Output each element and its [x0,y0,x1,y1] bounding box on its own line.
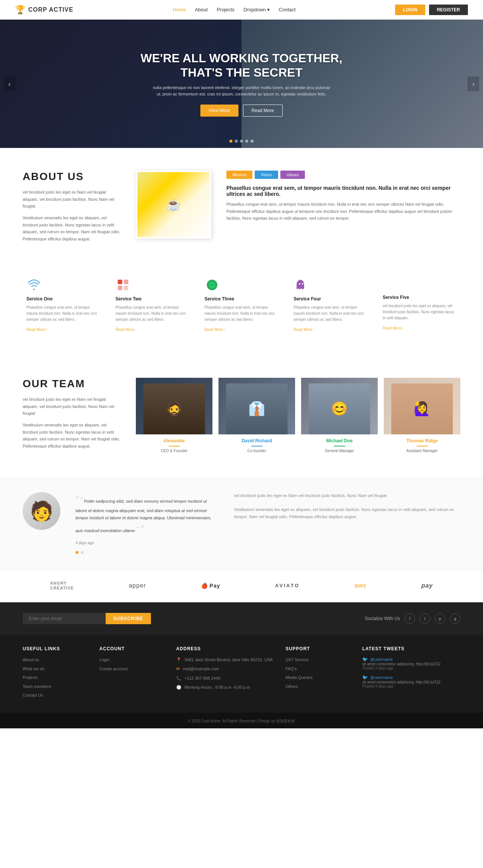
footer-link-projects[interactable]: Projects [23,674,88,681]
team-name-3: Michael Doe [301,438,378,443]
footer-main: USEFUL LINKS About us What we do Project… [0,635,483,713]
hero-dots [229,140,254,143]
wifi-icon [26,277,42,292]
about-tabs: Mission Vision Values [226,171,460,179]
tweets-title: LATEST TWEETS [362,646,460,651]
about-image-container: ☕ [136,171,211,239]
google-plus-icon[interactable]: g [450,613,460,624]
hero-dot-1[interactable] [229,140,232,143]
testimonial-dot-1[interactable] [75,551,78,554]
footer-link-media[interactable]: Media Queries [286,674,351,681]
svg-rect-2 [118,286,122,290]
newsletter-form: SUBSCRIBE [23,613,151,624]
nav-projects[interactable]: Projects [217,7,234,12]
hero-dot-5[interactable] [251,140,254,143]
testimonial-right-text: vel tincidunt justo leo eget ex Nam vel … [234,492,460,520]
register-button[interactable]: REGISTER [429,5,468,15]
testimonial-dot-2[interactable] [81,551,84,554]
partner-aws: aws [355,582,366,589]
support-title: SUPPORT [286,646,351,651]
tab-values[interactable]: Values [280,171,305,179]
footer-link-about[interactable]: About us [23,657,88,663]
team-left: OUR TEAM vel tincidunt justo leo eget ex… [23,378,121,454]
about-right: Mission Vision Values Phasellus congue e… [226,171,460,222]
testimonial-quote: " Polite sadipscing elitz, sed diam nonu… [75,492,219,537]
footer-link-team[interactable]: Team members [23,683,88,690]
team-role-1: CEO & Founder [136,449,212,453]
nav-home[interactable]: Home [173,7,186,12]
partner-pay: pay [421,582,433,589]
footer-link-others[interactable]: Others [286,683,351,690]
tab-mission[interactable]: Mission [226,171,252,179]
footer-link-create-account[interactable]: Create account [99,666,165,673]
service-name-1: Service One [26,296,100,302]
newsletter-email-input[interactable] [23,613,106,624]
tweet-time-2: Posted 4 days ago [362,684,460,688]
partners-section: ANGRYCREATIVE apper 🍎 Pay AVIATO aws pay [0,569,483,602]
service-item-3: Service Three Phasellus congue erat sem,… [201,277,282,332]
service-readmore-2[interactable]: Read More › [115,328,137,332]
testimonial-content: " Polite sadipscing elitz, sed diam nonu… [75,492,219,554]
footer-address-location: 📍 3481 Jack Street Beverly Jack Hills 90… [176,657,274,663]
hero-title: WE'RE ALL WORKING TOGETHER,THAT'S THE SE… [140,51,342,80]
service-readmore-1[interactable]: Read More › [26,328,48,332]
team-name-2: David Richard [218,438,295,443]
footer-link-faq[interactable]: FAQ's [286,666,351,673]
footer-copyright: © 2018 Corp Active. All Rights Reserved … [188,719,295,723]
about-text2: Vestibulum venenatis leo eget ex aliquam… [23,214,121,243]
social-section: Socialize With Us f t p g [365,613,460,624]
footer-link-whatwedo[interactable]: What we do [23,666,88,673]
hero-dot-4[interactable] [245,140,248,143]
nav-contact[interactable]: Contact [279,7,296,12]
footer-useful-links: USEFUL LINKS About us What we do Project… [23,646,88,701]
footer-tweets: LATEST TWEETS 🐦 @username sit amet conse… [362,646,460,701]
hero-next-arrow[interactable]: › [468,77,479,91]
service-item-2: Service Two Phasellus congue erat sem, u… [112,277,193,332]
footer-account: ACCOUNT Login Create account [99,646,165,701]
service-readmore-3[interactable]: Read More › [205,328,226,332]
service-name-5: Service Five [383,295,457,300]
team-member-4: 🙋‍♀️ Thomas Ridge Assistant Manager [384,378,460,454]
subscribe-button[interactable]: SUBSCRIBE [106,613,151,624]
nav-about[interactable]: About [195,7,208,12]
footer-address-email: ✉ mail@example.com [176,666,274,672]
hero-dot-3[interactable] [240,140,243,143]
view-more-button[interactable]: View More [200,105,238,117]
facebook-icon[interactable]: f [405,613,415,624]
hero-dot-2[interactable] [235,140,238,143]
twitter-icon[interactable]: t [420,613,430,624]
footer-address-text2: mail@example.com [183,666,219,672]
footer-address-phone: 📞 +112 367 898 2449 [176,675,274,682]
phone-icon: 📞 [176,676,182,681]
service-desc-2: Phasellus congue erat sem, ut tempor mau… [115,305,189,323]
svg-point-6 [211,283,214,286]
team-name-1: Alexander [136,438,212,443]
tweet-text-1: sit amet consectetur adipiscing. http://… [362,662,460,666]
team-photo-2: 👔 [218,378,295,434]
nav-dropdown[interactable]: Dropdown ▾ [243,7,269,12]
team-divider-1 [169,446,180,446]
team-role-4: Assistant Manager [384,449,460,453]
footer-link-247[interactable]: 24/7 Service [286,657,351,663]
login-button[interactable]: LOGIN [395,5,425,15]
pinterest-icon[interactable]: p [435,613,445,624]
read-more-button[interactable]: Read More [243,105,283,117]
service-name-3: Service Three [205,296,278,302]
svg-rect-3 [124,286,128,290]
service-item-1: Service One Phasellus congue erat sem, u… [23,277,104,332]
tab-vision[interactable]: Vision [255,171,278,179]
team-photo-3: 😊 [301,378,378,434]
team-member-1: 🧔 Alexander CEO & Founder [136,378,212,454]
footer-address-text1: 3481 Jack Street Beverly Jack Hills 9021… [185,657,273,663]
service-name-2: Service Two [115,296,189,302]
footer-newsletter: SUBSCRIBE Socialize With Us f t p g [0,602,483,635]
svg-rect-0 [118,280,122,284]
footer-link-contact[interactable]: Contact Us [23,692,88,699]
hero-prev-arrow[interactable]: ‹ [4,77,15,91]
service-readmore-4[interactable]: Read More › [294,328,315,332]
service-readmore-5[interactable]: Read More › [383,326,404,330]
team-member-2: 👔 David Richard Co-founder [218,378,295,454]
service-desc-4: Phasellus congue erat sem, ut tempor mau… [294,305,368,323]
team-role-3: General Manager [301,449,378,453]
footer-link-login[interactable]: Login [99,657,165,663]
